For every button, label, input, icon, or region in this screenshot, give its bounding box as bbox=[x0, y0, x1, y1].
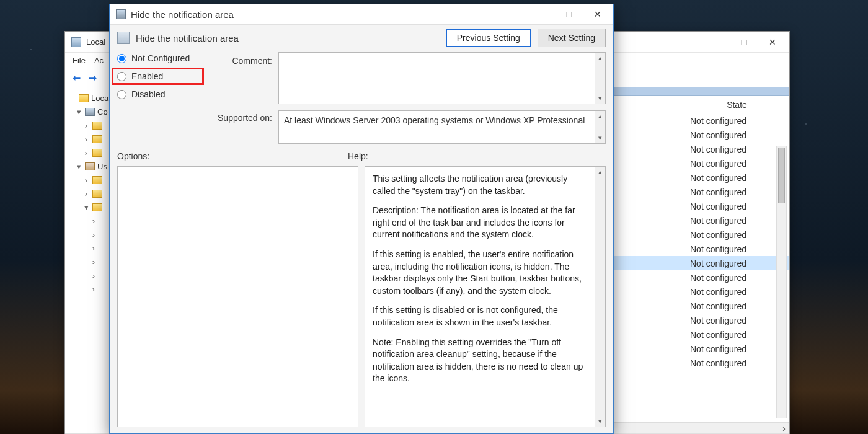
setting-state: Not configured bbox=[684, 287, 789, 297]
radio-enabled-label: Enabled bbox=[131, 71, 163, 81]
options-panel bbox=[117, 166, 358, 427]
setting-state: Not configured bbox=[684, 216, 789, 226]
maximize-button[interactable]: □ bbox=[555, 5, 583, 24]
previous-setting-button[interactable]: Previous Setting bbox=[446, 29, 531, 47]
setting-state: Not configured bbox=[684, 230, 789, 240]
folder-icon bbox=[92, 135, 102, 143]
computer-icon bbox=[85, 108, 95, 116]
scrollbar-icon[interactable]: ▴▾ bbox=[595, 111, 605, 143]
help-panel: This setting affects the notification ar… bbox=[365, 166, 606, 427]
highlight-box: Enabled bbox=[112, 68, 204, 85]
setting-state: Not configured bbox=[684, 301, 789, 311]
close-button[interactable]: ✕ bbox=[583, 5, 612, 24]
setting-state: Not configured bbox=[684, 130, 789, 140]
next-setting-button[interactable]: Next Setting bbox=[538, 29, 606, 47]
setting-state: Not configured bbox=[684, 159, 789, 169]
gpedit-title: Local bbox=[86, 37, 105, 46]
setting-state: Not configured bbox=[684, 144, 789, 154]
folder-icon bbox=[92, 203, 102, 211]
back-arrow-icon[interactable]: ⬅ bbox=[70, 71, 82, 84]
tree-computer[interactable]: Co bbox=[97, 107, 108, 117]
radio-disabled[interactable]: Disabled bbox=[117, 89, 204, 99]
menu-file[interactable]: File bbox=[73, 56, 86, 65]
menu-action[interactable]: Ac bbox=[94, 56, 104, 65]
setting-state: Not configured bbox=[684, 358, 789, 368]
radio-enabled-input[interactable] bbox=[117, 72, 126, 81]
setting-state: Not configured bbox=[684, 273, 789, 283]
radio-not-configured[interactable]: Not Configured bbox=[117, 53, 204, 63]
supported-textbox: At least Windows Server 2003 operating s… bbox=[278, 110, 606, 144]
setting-state: Not configured bbox=[684, 316, 789, 326]
radio-disabled-label: Disabled bbox=[131, 89, 165, 99]
close-button[interactable]: ✕ bbox=[758, 33, 787, 51]
setting-state: Not configured bbox=[684, 187, 789, 197]
radio-enabled[interactable]: Enabled bbox=[117, 71, 198, 81]
policy-icon bbox=[117, 32, 130, 44]
setting-state: Not configured bbox=[684, 330, 789, 340]
dialog-title: Hide the notification area bbox=[131, 9, 234, 20]
state-header[interactable]: State bbox=[684, 97, 789, 112]
setting-state: Not configured bbox=[684, 202, 789, 211]
minimize-button[interactable]: — bbox=[701, 33, 730, 51]
radio-not-configured-label: Not Configured bbox=[131, 53, 190, 63]
policy-name: Hide the notification area bbox=[136, 33, 239, 43]
minimize-button[interactable]: — bbox=[526, 5, 555, 24]
tree-user[interactable]: Us bbox=[97, 162, 107, 171]
setting-state: Not configured bbox=[684, 173, 789, 183]
dialog-icon bbox=[116, 9, 126, 19]
comment-label: Comment: bbox=[210, 52, 272, 66]
setting-state: Not configured bbox=[684, 259, 789, 268]
folder-icon bbox=[92, 149, 102, 157]
scrollbar-thumb[interactable] bbox=[778, 148, 785, 203]
supported-text: At least Windows Server 2003 operating s… bbox=[279, 111, 605, 130]
policy-dialog: Hide the notification area — □ ✕ Hide th… bbox=[109, 4, 614, 434]
radio-not-configured-input[interactable] bbox=[117, 54, 126, 63]
comment-textbox[interactable]: ▴▾ bbox=[278, 52, 606, 104]
folder-icon bbox=[92, 190, 102, 198]
setting-state: Not configured bbox=[684, 116, 789, 126]
tree-root[interactable]: Local bbox=[91, 94, 110, 103]
help-label: Help: bbox=[348, 151, 368, 161]
maximize-button[interactable]: □ bbox=[730, 33, 758, 51]
options-label: Options: bbox=[117, 151, 339, 161]
policy-icon bbox=[79, 94, 89, 102]
scrollbar-icon[interactable]: ▴▾ bbox=[595, 53, 605, 104]
user-icon bbox=[85, 162, 95, 170]
supported-label: Supported on: bbox=[210, 109, 272, 123]
folder-icon bbox=[92, 176, 102, 184]
forward-arrow-icon[interactable]: ➡ bbox=[86, 71, 99, 84]
folder-icon bbox=[92, 122, 102, 130]
setting-state: Not configured bbox=[684, 344, 789, 354]
help-text: This setting affects the notification ar… bbox=[365, 167, 595, 427]
gpedit-icon bbox=[71, 37, 81, 47]
dialog-titlebar[interactable]: Hide the notification area — □ ✕ bbox=[110, 4, 613, 24]
radio-disabled-input[interactable] bbox=[117, 90, 126, 99]
scrollbar-icon[interactable]: ▴▾ bbox=[595, 167, 605, 427]
gpedit-tree[interactable]: Local ▾Co › › › ▾Us › › ▾ › › › › › › bbox=[65, 87, 115, 433]
setting-state: Not configured bbox=[684, 244, 789, 254]
vertical-scrollbar[interactable] bbox=[776, 146, 787, 418]
